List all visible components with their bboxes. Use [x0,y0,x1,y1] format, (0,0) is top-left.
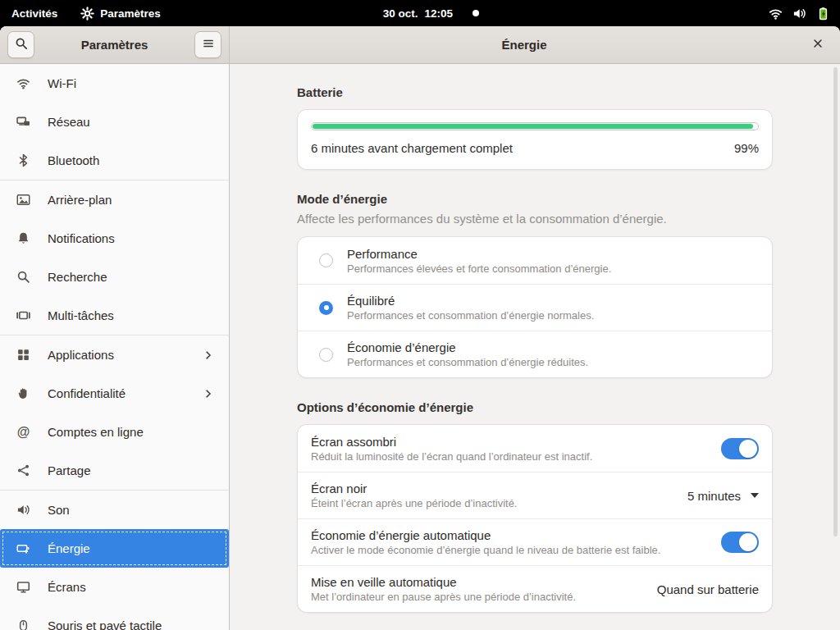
clock[interactable]: 30 oct. 12:05 [383,7,453,20]
sidebar-item-multitasking[interactable]: Multi-tâches [0,296,229,335]
blank-screen-row[interactable]: Écran noir Éteint l’écran après une péri… [298,472,772,518]
row-desc: Éteint l’écran après une période d’inact… [311,497,687,509]
hand-icon [16,386,30,400]
automatic-suspend-value: Quand sur batterie [657,582,759,596]
power-mode-option-balanced[interactable]: Équilibré Performances et consommation d… [298,284,772,331]
automatic-power-saver-toggle[interactable] [721,532,759,553]
speaker-icon [16,503,30,517]
power-saving-card: Écran assombri Réduit la luminosité de l… [297,424,773,613]
power-mode-subtitle: Affecte les performances du système et l… [297,212,773,226]
row-title: Écran assombri [311,435,721,449]
row-desc: Activer le mode économie d’énergie quand… [311,544,721,556]
power-mode-card: Performance Performances élevées et fort… [297,236,773,378]
volume-icon [792,7,806,21]
dropdown-value: 5 minutes [687,489,741,503]
toggle-knob [739,440,757,458]
power-mode-section-label: Mode d’énergie [297,192,773,206]
system-status-area[interactable] [769,0,840,26]
option-desc: Performances et consommation d’énergie r… [347,356,759,368]
battery-card: 6 minutes avant chargement complet 99% [297,109,773,170]
settings-window: Paramètres Wi-Fi Réseau Bluetooth [0,26,840,630]
row-title: Écran noir [311,482,687,495]
sidebar-item-mouse-touchpad[interactable]: Souris et pavé tactile [0,606,229,630]
focused-app-label: Paramètres [100,7,161,20]
sidebar-item-online-accounts[interactable]: @ Comptes en ligne [0,413,229,451]
dim-screen-toggle[interactable] [721,438,759,459]
radio-button[interactable] [319,301,333,315]
sidebar-item-sound[interactable]: Son [0,491,229,529]
sidebar-item-applications[interactable]: Applications [0,336,229,374]
main-header: Énergie [230,26,840,64]
hamburger-menu-icon [202,37,215,53]
share-icon [16,463,30,477]
row-title: Mise en veille automatique [311,575,657,589]
mouse-icon [16,619,30,630]
background-image-icon [16,193,30,207]
gear-icon [80,7,94,21]
main-menu-button[interactable] [194,31,221,58]
sidebar-item-label: Son [48,503,70,517]
sidebar-item-network[interactable]: Réseau [0,103,229,141]
radio-button[interactable] [319,348,333,362]
battery-progress-fill [313,124,753,129]
multitasking-icon [16,308,30,322]
automatic-suspend-row[interactable]: Mise en veille automatique Met l’ordinat… [298,565,772,612]
display-icon [16,580,30,594]
toggle-knob [739,533,757,551]
search-icon [15,37,28,53]
sidebar-title: Paramètres [34,38,194,52]
sidebar-item-wifi[interactable]: Wi-Fi [0,64,229,103]
search-icon [16,270,30,284]
sidebar-item-label: Arrière-plan [48,193,112,207]
clock-date: 30 oct. [383,7,418,20]
search-button[interactable] [7,31,34,58]
wifi-icon [769,7,783,21]
battery-progress-bar [311,122,759,130]
close-button[interactable] [807,34,829,56]
row-desc: Réduit la luminosité de l’écran quand l’… [311,450,721,463]
chevron-right-icon [203,349,214,361]
chevron-right-icon [203,388,214,399]
focused-app-indicator[interactable]: Paramètres [69,0,172,26]
row-title: Économie d’énergie automatique [311,528,721,542]
sidebar-item-label: Souris et pavé tactile [48,619,162,630]
sidebar-item-label: Applications [48,348,114,362]
sidebar-item-displays[interactable]: Écrans [0,568,229,606]
blank-screen-dropdown[interactable]: 5 minutes [687,489,759,503]
sidebar-item-background[interactable]: Arrière-plan [0,180,229,219]
radio-button[interactable] [319,253,333,267]
sidebar-item-sharing[interactable]: Partage [0,451,229,490]
power-settings-content: Batterie 6 minutes avant chargement comp… [230,64,840,630]
bell-icon [16,231,30,245]
sidebar-item-privacy[interactable]: Confidentialité [0,374,229,413]
scrollbar-thumb[interactable] [833,67,838,536]
sidebar-item-label: Réseau [48,115,90,129]
battery-charging-icon [816,7,830,21]
option-title: Équilibré [347,294,759,308]
at-sign-icon: @ [16,425,30,439]
network-icon [16,115,30,129]
page-title: Énergie [241,38,807,52]
close-icon [812,38,824,52]
sidebar-item-label: Partage [48,463,91,477]
power-saving-section-label: Options d’économie d’énergie [297,400,773,414]
option-desc: Performances élevées et forte consommati… [347,262,759,275]
recording-dot-indicator [472,10,479,16]
apps-grid-icon [16,348,30,362]
sidebar-item-label: Écrans [48,580,86,594]
power-mode-option-power-saver[interactable]: Économie d’énergie Performances et conso… [298,331,772,377]
power-mode-option-performance[interactable]: Performance Performances élevées et fort… [298,237,772,284]
sidebar-item-bluetooth[interactable]: Bluetooth [0,141,229,180]
battery-icon [16,541,30,555]
sidebar-item-notifications[interactable]: Notifications [0,219,229,258]
sidebar-item-search[interactable]: Recherche [0,258,229,296]
bluetooth-icon [16,153,30,167]
chevron-down-icon [751,493,759,498]
sidebar-item-power[interactable]: Énergie [0,529,229,568]
automatic-power-saver-row: Économie d’énergie automatique Activer l… [298,518,772,565]
activities-button[interactable]: Activités [0,0,69,26]
wifi-icon [16,76,30,90]
dim-screen-row: Écran assombri Réduit la luminosité de l… [298,425,772,472]
sidebar-header: Paramètres [0,26,229,64]
clock-time: 12:05 [425,7,454,20]
